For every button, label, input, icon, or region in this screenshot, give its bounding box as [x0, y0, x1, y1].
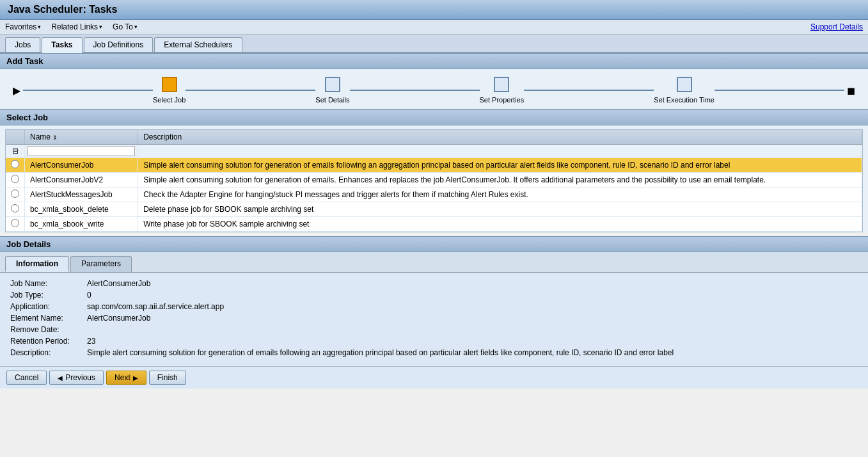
info-row-job-name: Job Name: AlertConsumerJob: [10, 279, 858, 288]
filter-row: ⊟: [6, 145, 862, 158]
filter-icon: ⊟: [12, 147, 19, 156]
select-job-section-header: Select Job: [0, 109, 868, 125]
sub-tab-information[interactable]: Information: [5, 256, 69, 272]
job-name-cell: AlertStuckMessagesJob: [25, 188, 138, 202]
page-title: Java Scheduler: Tasks: [0, 0, 868, 20]
tab-jobs[interactable]: Jobs: [5, 37, 40, 52]
related-links-arrow-icon: ▾: [99, 24, 102, 30]
info-row-job-type: Job Type: 0: [10, 291, 858, 300]
wizard-container: ▶ Select Job Set Details Set Properties …: [0, 69, 868, 109]
wizard-start-icon: ▶: [13, 84, 20, 97]
job-details-section: Job Details Information Parameters Job N…: [0, 236, 868, 366]
step-box-set-execution-time: [677, 77, 692, 92]
menu-bar: Favorites ▾ Related Links ▾ Go To ▾ Supp…: [0, 20, 868, 35]
wizard-line-4: [524, 90, 654, 91]
go-to-arrow-icon: ▾: [134, 24, 138, 30]
add-task-header: Add Task: [0, 53, 868, 69]
job-table: Name ⇕ Description ⊟: [6, 130, 862, 232]
table-row[interactable]: AlertConsumerJob Simple alert consuming …: [6, 158, 862, 173]
row-radio-5[interactable]: [11, 219, 19, 227]
col-header-checkbox: [6, 130, 25, 145]
job-name-cell: AlertConsumerJob: [25, 158, 138, 173]
job-name-cell: AlertConsumerJobV2: [25, 173, 138, 188]
col-header-description: Description: [138, 130, 862, 145]
job-desc-cell: Delete phase job for SBOOK sample archiv…: [138, 202, 862, 217]
job-desc-cell: Check the Adapter Engine for hanging/stu…: [138, 188, 862, 202]
support-details-link[interactable]: Support Details: [810, 22, 863, 31]
row-radio-1[interactable]: [11, 160, 19, 168]
related-links-menu[interactable]: Related Links ▾: [51, 22, 102, 31]
favorites-menu[interactable]: Favorites ▾: [5, 22, 41, 31]
wizard-step-set-properties: Set Properties: [480, 77, 525, 104]
footer: Cancel ◀ Previous Next ▶ Finish: [0, 366, 868, 389]
table-row[interactable]: bc_xmla_sbook_delete Delete phase job fo…: [6, 202, 862, 217]
wizard-line-2: [185, 90, 315, 91]
wizard-line-3: [350, 90, 480, 91]
info-row-retention-period: Retention Period: 23: [10, 337, 858, 346]
sub-tab-parameters[interactable]: Parameters: [70, 256, 132, 272]
col-header-name[interactable]: Name ⇕: [25, 130, 138, 145]
job-details-header: Job Details: [0, 236, 868, 252]
info-row-application: Application: sap.com/com.sap.aii.af.serv…: [10, 302, 858, 311]
finish-button[interactable]: Finish: [149, 371, 186, 385]
step-box-set-details: [325, 77, 340, 92]
next-button[interactable]: Next ▶: [106, 371, 146, 385]
go-to-menu[interactable]: Go To ▾: [113, 22, 138, 31]
previous-button[interactable]: ◀ Previous: [49, 371, 104, 385]
main-tab-bar: Jobs Tasks Job Definitions External Sche…: [0, 35, 868, 53]
step-box-select-job: [162, 77, 177, 92]
wizard-end-icon: ◼: [847, 84, 855, 97]
table-row[interactable]: AlertStuckMessagesJob Check the Adapter …: [6, 188, 862, 202]
wizard-line-5: [714, 90, 844, 91]
info-panel: Job Name: AlertConsumerJob Job Type: 0 A…: [0, 272, 868, 366]
tab-external-schedulers[interactable]: External Schedulers: [154, 37, 242, 52]
wizard-line-1: [23, 90, 153, 91]
info-row-description: Description: Simple alert consuming solu…: [10, 348, 858, 357]
step-box-set-properties: [494, 77, 509, 92]
job-desc-cell: Simple alert consuming solution for gene…: [138, 158, 862, 173]
wizard-step-set-execution-time: Set Execution Time: [654, 77, 714, 104]
job-table-container: Name ⇕ Description ⊟: [5, 129, 863, 232]
row-radio-4[interactable]: [11, 204, 19, 212]
job-name-cell: bc_xmla_sbook_delete: [25, 202, 138, 217]
cancel-button[interactable]: Cancel: [6, 371, 47, 385]
info-row-element-name: Element Name: AlertConsumerJob: [10, 314, 858, 323]
row-radio-2[interactable]: [11, 175, 19, 183]
table-row[interactable]: AlertConsumerJobV2 Simple alert consumin…: [6, 173, 862, 188]
wizard-step-select-job: Select Job: [153, 77, 185, 104]
tab-job-definitions[interactable]: Job Definitions: [84, 37, 154, 52]
select-job-section: Select Job Name ⇕ Description: [0, 109, 868, 232]
next-arrow-icon: ▶: [133, 374, 138, 381]
favorites-arrow-icon: ▾: [38, 24, 41, 30]
tab-tasks[interactable]: Tasks: [42, 37, 82, 53]
info-row-remove-date: Remove Date:: [10, 325, 858, 334]
table-row[interactable]: bc_xmla_sbook_write Write phase job for …: [6, 217, 862, 232]
job-desc-cell: Simple alert consuming solution for gene…: [138, 173, 862, 188]
job-desc-cell: Write phase job for SBOOK sample archivi…: [138, 217, 862, 232]
row-radio-3[interactable]: [11, 189, 19, 198]
name-sort-icon[interactable]: ⇕: [52, 134, 58, 141]
job-name-cell: bc_xmla_sbook_write: [25, 217, 138, 232]
sub-tab-bar: Information Parameters: [0, 252, 868, 272]
wizard-step-set-details: Set Details: [315, 77, 349, 104]
name-filter-input[interactable]: [28, 146, 135, 156]
previous-arrow-icon: ◀: [58, 374, 63, 381]
